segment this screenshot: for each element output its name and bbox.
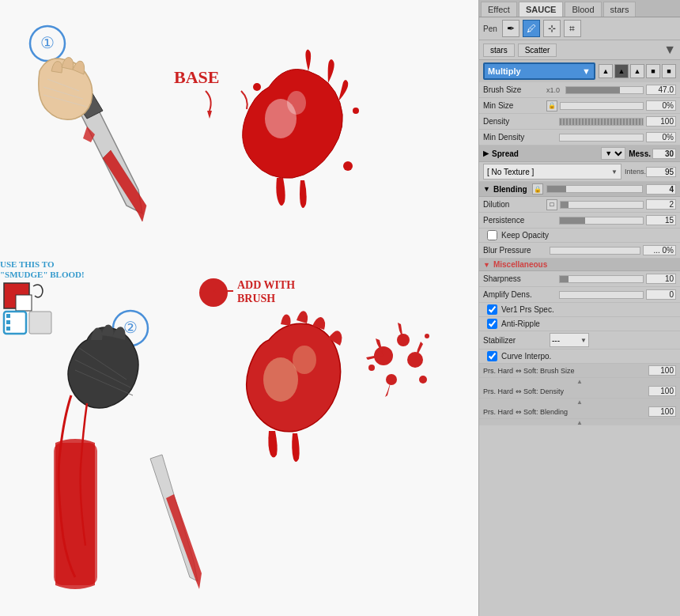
blend-mode-select[interactable]: Multiply ▼: [483, 62, 595, 80]
shape-square-1[interactable]: ■: [646, 64, 660, 78]
tab-stars[interactable]: stars: [603, 2, 637, 17]
spread-dropdown[interactable]: ▼: [601, 147, 625, 160]
persistence-label: Persistence: [483, 216, 546, 225]
ver1-prs-spec-row: Ver1 Prs Spec.: [479, 303, 680, 317]
keep-opacity-checkbox[interactable]: [487, 230, 497, 240]
svg-rect-31: [29, 312, 51, 334]
density-value: 100: [646, 116, 676, 127]
svg-point-40: [425, 334, 429, 338]
blur-pressure-row: Blur Pressure ... 0%: [479, 243, 680, 259]
amplify-dens-slider[interactable]: [559, 291, 644, 299]
tab-row: Effect SAUCE Blood stars: [479, 0, 680, 17]
shape-triangle-1[interactable]: ▲: [599, 64, 613, 78]
curve-interpo-checkbox[interactable]: [487, 351, 497, 361]
min-size-slider[interactable]: [560, 102, 644, 110]
svg-text:BRUSH: BRUSH: [237, 293, 275, 304]
pen-icon-3[interactable]: ⊹: [543, 20, 561, 37]
texture-row: [ No Texture ] ▼ Intens. 95: [479, 162, 680, 182]
brush-size-label: Brush Size: [483, 85, 546, 94]
min-size-lock-icon[interactable]: 🔒: [546, 100, 557, 111]
stabilizer-dropdown-arrow: ▼: [580, 337, 587, 344]
sharpness-slider[interactable]: [559, 275, 644, 283]
svg-text:①: ①: [40, 34, 55, 51]
pressure-density-row: Prs. Hard ⇔ Soft: Density 100: [479, 384, 680, 399]
keep-opacity-label: Keep Opacity: [501, 231, 549, 240]
svg-point-38: [368, 365, 375, 371]
amplify-dens-label: Amplify Dens.: [483, 290, 546, 299]
pressure-brush-size-value: 100: [648, 365, 676, 376]
svg-text:"SMUDGE" BLOOD!: "SMUDGE" BLOOD!: [0, 270, 85, 279]
svg-text:USE THIS TO: USE THIS TO: [0, 259, 55, 269]
brush-multiplier: x1.0: [546, 86, 560, 94]
misc-header[interactable]: ▼ Miscellaneous: [479, 259, 680, 271]
persistence-slider[interactable]: [559, 217, 644, 225]
min-size-row: Min Size 🔒 0%: [479, 98, 680, 114]
keep-opacity-row: Keep Opacity: [479, 229, 680, 243]
blending-lock-icon[interactable]: 🔒: [532, 183, 543, 195]
sub-tab-scatter[interactable]: Scatter: [518, 43, 557, 57]
tab-effect[interactable]: Effect: [481, 2, 517, 17]
blur-pressure-slider[interactable]: [550, 247, 640, 255]
texture-dropdown-arrow: ▼: [611, 168, 618, 176]
svg-point-10: [353, 108, 359, 114]
svg-point-32: [263, 357, 298, 402]
pressure-density-label: Prs. Hard ⇔ Soft: Density: [483, 387, 648, 395]
anti-ripple-checkbox[interactable]: [487, 319, 497, 329]
curve-interpo-row: Curve Interpo.: [479, 350, 680, 364]
shape-triangle-2[interactable]: ▲: [614, 64, 629, 78]
persistence-value: 15: [646, 215, 676, 225]
pen-icon-2[interactable]: 🖊: [523, 20, 540, 37]
texture-select[interactable]: [ No Texture ] ▼: [483, 164, 621, 180]
min-density-value: 0%: [646, 132, 676, 142]
pressure-blending-value: 100: [648, 406, 676, 417]
stabilizer-select[interactable]: --- ▼: [550, 333, 589, 347]
mess-label: Mess.: [629, 149, 651, 158]
svg-rect-28: [6, 314, 10, 318]
right-panel: Effect SAUCE Blood stars Pen ✒ 🖊 ⊹ ⌗ sta…: [478, 0, 680, 616]
dilution-slider[interactable]: [560, 201, 644, 209]
svg-rect-29: [6, 320, 10, 324]
svg-point-11: [343, 161, 353, 171]
svg-rect-30: [6, 327, 10, 331]
blend-shapes: ▲ ▲ ▲ ■ ■: [599, 64, 676, 78]
min-size-value: 0%: [646, 100, 676, 111]
tab-sauce[interactable]: SAUCE: [519, 2, 564, 17]
shape-square-2[interactable]: ■: [662, 64, 676, 78]
texture-label: [ No Texture ]: [487, 168, 534, 176]
amplify-dens-value: 0: [646, 289, 676, 300]
spread-header[interactable]: ▶ Spread ▼ Mess. 30: [479, 145, 680, 162]
sub-tab-stars[interactable]: stars: [483, 43, 515, 57]
min-density-slider[interactable]: [559, 134, 644, 142]
tab-blood[interactable]: Blood: [565, 2, 601, 17]
blending-arrow-icon: ▼: [483, 185, 490, 193]
stabilizer-value: ---: [552, 336, 560, 345]
blending-header[interactable]: ▼ Blending 🔒 4: [479, 182, 680, 197]
misc-arrow-icon: ▼: [483, 261, 490, 269]
pen-label: Pen: [483, 25, 497, 33]
shape-triangle-3[interactable]: ▲: [630, 64, 644, 78]
blending-slider[interactable]: [546, 185, 643, 193]
blur-pressure-value: ... 0%: [643, 245, 676, 255]
brush-size-row: Brush Size x1.0 47.0: [479, 82, 680, 98]
amplify-dens-row: Amplify Dens. 0: [479, 287, 680, 303]
blending-label: Blending: [493, 185, 527, 194]
brush-size-slider[interactable]: [565, 86, 644, 94]
panel-dropdown-arrow[interactable]: ▼: [663, 43, 676, 57]
anti-ripple-label: Anti-Ripple: [501, 319, 540, 328]
pen-icon-4[interactable]: ⌗: [564, 20, 581, 37]
stabilizer-label: Stabilizer: [483, 336, 546, 345]
pen-icon-1[interactable]: ✒: [502, 20, 519, 37]
sub-tab-row: stars Scatter ▼: [479, 40, 680, 60]
spread-arrow-icon: ▶: [483, 149, 489, 157]
svg-point-39: [419, 376, 427, 384]
pressure-density-value: 100: [648, 386, 676, 396]
brush-size-value: 47.0: [646, 85, 676, 95]
ver1-prs-spec-checkbox[interactable]: [487, 304, 497, 315]
density-slider[interactable]: [559, 118, 644, 126]
intens-label: Intens.: [625, 168, 646, 176]
min-density-row: Min Density 0%: [479, 130, 680, 145]
svg-point-8: [287, 91, 306, 115]
intens-value: 95: [646, 167, 676, 177]
dilution-icon[interactable]: □: [546, 199, 557, 210]
blending-value: 4: [646, 184, 676, 195]
